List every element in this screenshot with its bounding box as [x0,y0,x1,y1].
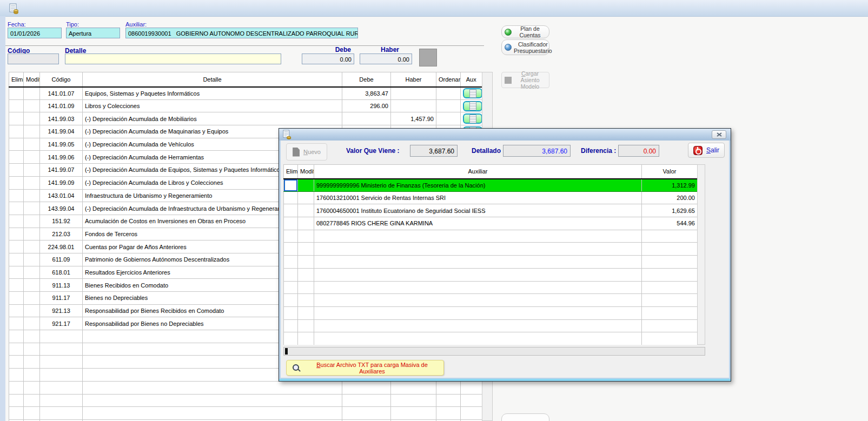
elimin-cell[interactable] [9,189,24,202]
partial-button[interactable] [501,413,549,421]
elimin-cell[interactable] [9,228,24,240]
codigo-input[interactable] [8,54,59,64]
elimin-cell[interactable] [9,369,24,382]
auxiliares-table-scrollbar[interactable] [697,164,705,345]
plan-de-cuentas-button[interactable]: Plan de Cuentas [501,25,549,38]
table-row[interactable]: 141.01.09 Libros y Colecciones 296.00 [9,99,482,112]
elimin-cell[interactable] [284,230,298,243]
modif-cell[interactable] [298,319,314,332]
elimin-cell[interactable] [9,240,24,253]
auxiliar-row[interactable]: 1760004650001 Instituto Ecuatoriano de S… [284,204,698,217]
auxiliar-row[interactable] [284,256,698,269]
table-row[interactable]: 141.01.07 Equipos, Sistemas y Paquetes I… [9,87,482,100]
auxiliares-hscrollbar[interactable] [283,347,705,356]
elimin-cell[interactable] [9,292,24,305]
elimin-cell[interactable] [9,151,24,164]
modif-cell[interactable] [24,176,40,189]
modif-cell[interactable] [24,99,40,112]
detalle-input[interactable] [65,54,281,64]
table-row[interactable]: 141.99.03 (-) Depreciación Acumulada de … [9,112,482,125]
clasificador-presupuestario-button[interactable]: Clasificador Presupuestario [501,39,549,55]
table-row[interactable] [9,381,482,394]
modif-cell[interactable] [24,304,40,317]
auxiliar-row[interactable] [284,306,698,319]
auxiliar-row[interactable]: 0802778845 RIOS CHERE GINA KARMINA 544.9… [284,217,698,230]
aux-button[interactable] [463,88,482,98]
modif-cell[interactable] [298,268,314,281]
modif-cell[interactable] [24,381,40,394]
elimin-cell[interactable] [9,215,24,228]
elimin-cell[interactable] [284,332,298,345]
modif-cell[interactable] [24,394,40,407]
modif-cell[interactable] [24,330,40,343]
auxiliar-row[interactable] [284,319,698,332]
table-row[interactable] [9,394,482,407]
modif-cell[interactable] [24,138,40,151]
elimin-cell[interactable] [9,356,24,369]
auxiliar-row[interactable] [284,294,698,307]
elimin-cell[interactable] [284,256,298,269]
modif-cell[interactable] [298,332,314,345]
modif-cell[interactable] [298,179,314,192]
modif-cell[interactable] [24,253,40,266]
auxiliar-row[interactable]: 1760013210001 Servicio de Rentas Interna… [284,191,698,204]
modif-cell[interactable] [24,292,40,305]
modif-cell[interactable] [24,112,40,125]
elimin-cell[interactable] [9,304,24,317]
auxiliar-row[interactable] [284,243,698,256]
haber-input[interactable]: 0.00 [360,54,412,64]
modif-cell[interactable] [298,230,314,243]
modif-cell[interactable] [24,279,40,292]
modif-cell[interactable] [24,202,40,215]
auxiliar-row[interactable] [284,268,698,281]
modif-cell[interactable] [298,281,314,294]
modif-cell[interactable] [298,217,314,230]
modif-cell[interactable] [298,294,314,307]
modif-cell[interactable] [298,204,314,217]
modif-cell[interactable] [24,87,40,100]
salir-button[interactable]: Salir [688,143,725,158]
elimin-cell[interactable] [284,281,298,294]
elimin-cell[interactable] [284,306,298,319]
modif-cell[interactable] [24,317,40,330]
modif-cell[interactable] [24,228,40,240]
tipo-input[interactable]: Apertura [66,28,120,38]
elimin-cell[interactable] [9,138,24,151]
modif-cell[interactable] [24,266,40,279]
modif-cell[interactable] [298,191,314,204]
modif-cell[interactable] [24,164,40,177]
nuevo-button[interactable]: Nuevo [286,143,327,161]
buscar-archivo-txt-button[interactable]: Buscar Archivo TXT para carga Masiva de … [286,360,444,376]
elimin-cell[interactable] [284,294,298,307]
elimin-cell[interactable] [284,191,298,204]
elimin-cell[interactable] [9,87,24,100]
elimin-cell[interactable] [9,407,24,420]
elimin-cell[interactable] [9,381,24,394]
elimin-cell[interactable] [284,319,298,332]
cargar-asiento-modelo-button[interactable]: Cargar Asiento Modelo [501,72,549,88]
elimin-cell[interactable] [9,279,24,292]
table-row[interactable] [9,407,482,420]
elimin-cell[interactable] [9,176,24,189]
modif-cell[interactable] [298,243,314,256]
dialog-titlebar[interactable] [279,129,731,141]
modif-cell[interactable] [24,215,40,228]
elimin-cell[interactable] [284,243,298,256]
modif-cell[interactable] [24,189,40,202]
modif-cell[interactable] [24,125,40,138]
elimin-cell[interactable] [284,204,298,217]
modif-cell[interactable] [298,256,314,269]
auxiliar-row[interactable] [284,281,698,294]
elimin-cell[interactable] [9,330,24,343]
elimin-cell[interactable] [9,99,24,112]
debe-input[interactable]: 0.00 [302,54,354,64]
elimin-cell[interactable] [9,317,24,330]
auxiliar-input[interactable]: 0860019930001 GOBIERNO AUTONOMO DESCENTR… [125,28,358,38]
modif-cell[interactable] [24,343,40,356]
auxiliar-row[interactable] [284,332,698,345]
elimin-cell[interactable] [9,394,24,407]
elimin-cell[interactable] [9,343,24,356]
elimin-cell[interactable] [9,202,24,215]
elimin-cell[interactable] [9,253,24,266]
modif-cell[interactable] [24,356,40,369]
